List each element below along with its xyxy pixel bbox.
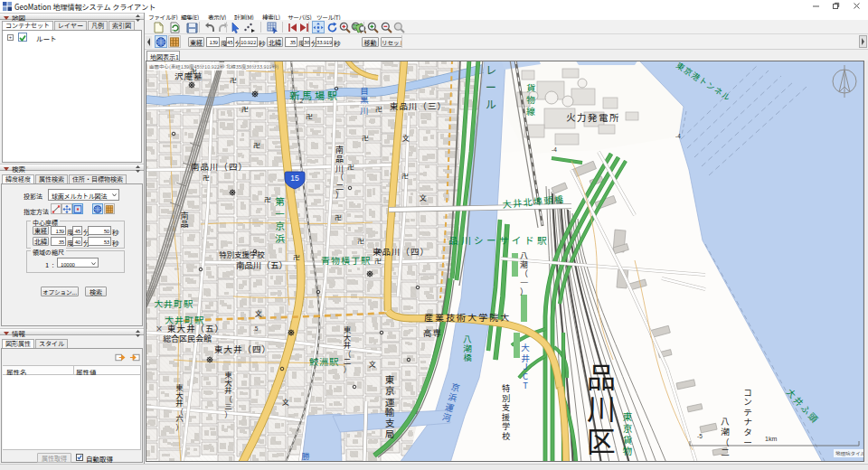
svg-text:南品: 南品 (179, 212, 191, 229)
svg-text:青物横丁駅: 青物横丁駅 (321, 253, 371, 267)
svg-text:卍: 卍 (203, 173, 210, 183)
svg-text:八潮（一）: 八潮（一） (518, 251, 530, 296)
svg-text:.5: .5 (253, 325, 259, 332)
svg-text:品川区: 品川区 (580, 362, 622, 459)
svg-text:15: 15 (290, 174, 299, 183)
svg-text:文: 文 (402, 133, 410, 143)
svg-text:南品川（二）: 南品川（二） (334, 146, 345, 200)
svg-text:卍: 卍 (264, 194, 271, 204)
svg-text:×: × (156, 324, 163, 334)
svg-text:1km: 1km (765, 436, 777, 442)
svg-text:卍: 卍 (293, 252, 300, 262)
svg-text:産業技術大学院大: 産業技術大学院大 (424, 310, 511, 324)
svg-text:鮫洲駅: 鮫洲駅 (309, 354, 339, 368)
svg-text:文: 文 (420, 193, 427, 202)
svg-text:第一京浜: 第一京浜 (273, 197, 287, 246)
svg-text:東大井（三）: 東大井（三） (223, 371, 234, 418)
svg-text:東品川（四）: 東品川（四） (373, 245, 429, 258)
svg-text:卍: 卍 (241, 104, 249, 114)
svg-text:卍: 卍 (401, 171, 409, 181)
svg-text:南品川（四）: 南品川（四） (191, 160, 248, 173)
svg-text:特別支援学校: 特別支援学校 (500, 384, 512, 441)
svg-text:-4: -4 (675, 133, 681, 139)
svg-text:東品川（三）: 東品川（三） (390, 99, 447, 112)
svg-text:新馬場駅: 新馬場駅 (289, 88, 340, 102)
svg-text:南品川（五）: 南品川（五） (236, 258, 288, 271)
svg-text:レール: レール (484, 64, 499, 116)
svg-text:貨物線: 貨物線 (524, 83, 538, 118)
svg-text:勝島: 勝島 (300, 452, 312, 461)
svg-text:東大井（二）: 東大井（二） (342, 326, 353, 373)
svg-text:卍: 卍 (357, 236, 364, 246)
svg-text:東京貨物: 東京貨物 (621, 412, 635, 457)
svg-text:東大井（四）: 東大井（四） (214, 343, 271, 355)
svg-text:文: 文 (369, 359, 376, 369)
svg-text:卍: 卍 (335, 212, 342, 222)
svg-text:文: 文 (282, 397, 289, 407)
svg-text:地理院タイル: 地理院タイル (835, 450, 863, 457)
svg-text:卍: 卍 (306, 111, 313, 121)
svg-text:特別支援学校: 特別支援学校 (219, 249, 266, 259)
svg-text:大井JCT: 大井JCT (519, 343, 532, 391)
svg-text:目黒川: 目黒川 (358, 87, 371, 116)
svg-text:コンテナター: コンテナター (741, 388, 754, 447)
svg-text:文: 文 (255, 308, 262, 318)
svg-text:卍: 卍 (253, 140, 260, 150)
svg-text:卍: 卍 (230, 75, 237, 85)
svg-text:-4: -4 (552, 146, 557, 153)
svg-text:画面中心(東経139度45分10.922秒 北緯35度36分: 画面中心(東経139度45分10.922秒 北緯35度36分33.919秒) (149, 63, 278, 70)
svg-text:総合区民会館: 総合区民会館 (163, 333, 212, 344)
svg-text:火力発電所: 火力発電所 (566, 110, 620, 124)
svg-text:卍: 卍 (362, 133, 369, 143)
svg-text:東京運輸支局: 東京運輸支局 (383, 375, 397, 440)
svg-text:沢庵墓: 沢庵墓 (175, 70, 203, 82)
svg-text:八潮（二: 八潮（二 (719, 417, 731, 458)
svg-text:高専: 高専 (423, 326, 442, 339)
svg-text:大井町駅: 大井町駅 (154, 296, 193, 310)
svg-text:-5: -5 (697, 433, 703, 439)
svg-text:東大井（六）: 東大井（六） (175, 384, 185, 431)
svg-text:卍: 卍 (347, 162, 354, 172)
svg-text:品川シーサイド駅: 品川シーサイド駅 (448, 233, 550, 247)
svg-text:卍: 卍 (375, 104, 382, 114)
svg-text:八潮橋: 八潮橋 (461, 334, 474, 363)
